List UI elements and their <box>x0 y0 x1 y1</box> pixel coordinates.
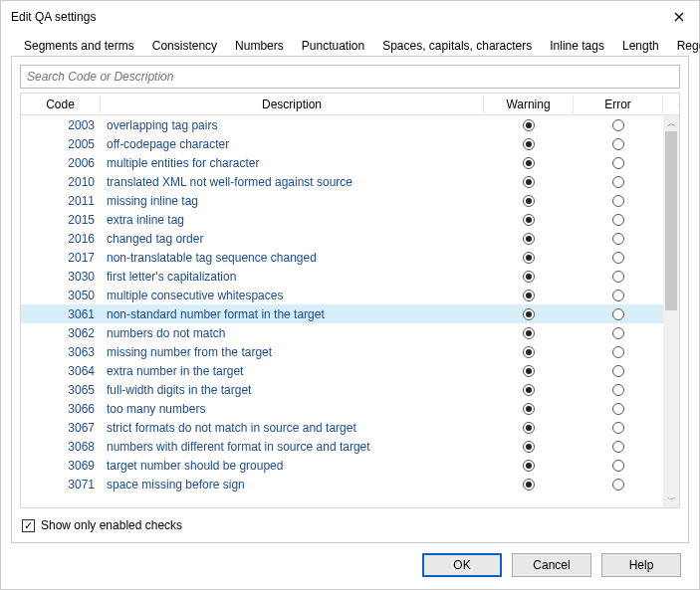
tab-length[interactable]: Length <box>613 34 668 57</box>
dialog-buttons: OK Cancel Help <box>11 543 689 579</box>
tab-consistency[interactable]: Consistency <box>143 34 226 57</box>
close-button[interactable] <box>667 7 691 27</box>
radio-warning[interactable] <box>484 459 574 473</box>
cell-code: 3071 <box>21 478 101 492</box>
radio-warning[interactable] <box>484 383 574 397</box>
header-description[interactable]: Description <box>101 96 484 113</box>
table-row[interactable]: 2003overlapping tag pairs <box>21 115 679 134</box>
radio-error[interactable] <box>574 326 663 340</box>
radio-error[interactable] <box>574 307 663 321</box>
radio-warning[interactable] <box>484 440 574 454</box>
radio-warning[interactable] <box>484 232 574 246</box>
radio-error[interactable] <box>574 175 663 189</box>
radio-warning[interactable] <box>484 118 574 132</box>
radio-icon <box>523 422 535 434</box>
tab-punctuation[interactable]: Punctuation <box>293 34 373 57</box>
vertical-scrollbar[interactable]: ︿ ﹀ <box>663 115 679 507</box>
radio-error[interactable] <box>574 345 663 359</box>
help-button[interactable]: Help <box>601 553 681 577</box>
radio-warning[interactable] <box>484 289 574 302</box>
tab-segments-and-terms[interactable]: Segments and terms <box>15 34 143 57</box>
table-row[interactable]: 3061non-standard number format in the ta… <box>21 304 679 323</box>
radio-error[interactable] <box>574 421 663 435</box>
radio-warning[interactable] <box>484 402 574 416</box>
radio-error[interactable] <box>574 270 663 284</box>
scroll-down-arrow-icon[interactable]: ﹀ <box>663 492 679 507</box>
radio-warning[interactable] <box>484 307 574 321</box>
table-row[interactable]: 3068numbers with different format in sou… <box>21 437 679 456</box>
table-row[interactable]: 2011missing inline tag <box>21 191 679 210</box>
scroll-up-arrow-icon[interactable]: ︿ <box>663 115 679 131</box>
cell-description: translated XML not well-formed against s… <box>101 175 484 189</box>
radio-error[interactable] <box>574 251 663 265</box>
radio-error[interactable] <box>574 383 663 397</box>
radio-error[interactable] <box>574 137 663 151</box>
table-row[interactable]: 3050multiple consecutive whitespaces <box>21 286 679 304</box>
table-row[interactable]: 3065full-width digits in the target <box>21 380 679 399</box>
tab-numbers[interactable]: Numbers <box>226 34 293 57</box>
table-row[interactable]: 2006multiple entities for character <box>21 153 679 172</box>
cell-code: 3063 <box>21 345 101 359</box>
radio-error[interactable] <box>574 213 663 227</box>
radio-warning[interactable] <box>484 156 574 170</box>
scroll-thumb[interactable] <box>665 131 677 310</box>
radio-icon <box>523 460 535 472</box>
tab-regex[interactable]: Regex <box>668 34 700 57</box>
cell-description: full-width digits in the target <box>101 383 484 397</box>
cell-code: 3065 <box>21 383 101 397</box>
radio-warning[interactable] <box>484 326 574 340</box>
radio-error[interactable] <box>574 402 663 416</box>
radio-error[interactable] <box>574 459 663 473</box>
table-row[interactable]: 2010translated XML not well-formed again… <box>21 172 679 191</box>
table-row[interactable]: 2016changed tag order <box>21 229 679 248</box>
table-row[interactable]: 3064extra number in the target <box>21 361 679 380</box>
radio-warning[interactable] <box>484 478 574 492</box>
radio-warning[interactable] <box>484 345 574 359</box>
table-row[interactable]: 3071space missing before sign <box>21 475 679 493</box>
header-warning[interactable]: Warning <box>484 96 574 113</box>
radio-error[interactable] <box>574 289 663 302</box>
table-row[interactable]: 3063missing number from the target <box>21 342 679 361</box>
radio-error[interactable] <box>574 194 663 208</box>
radio-icon <box>612 479 624 491</box>
radio-warning[interactable] <box>484 213 574 227</box>
cell-code: 2005 <box>21 137 101 151</box>
radio-icon <box>612 195 624 207</box>
table-row[interactable]: 3066too many numbers <box>21 399 679 418</box>
radio-warning[interactable] <box>484 364 574 378</box>
close-icon <box>674 12 684 22</box>
tab-inline-tags[interactable]: Inline tags <box>541 34 613 57</box>
search-input[interactable] <box>20 65 680 89</box>
radio-warning[interactable] <box>484 421 574 435</box>
radio-warning[interactable] <box>484 137 574 151</box>
radio-error[interactable] <box>574 364 663 378</box>
cancel-button[interactable]: Cancel <box>512 553 591 577</box>
cell-description: overlapping tag pairs <box>101 118 484 132</box>
radio-error[interactable] <box>574 232 663 246</box>
ok-button[interactable]: OK <box>422 553 502 577</box>
radio-icon <box>523 384 535 396</box>
table-row[interactable]: 2017non-translatable tag sequence change… <box>21 248 679 267</box>
table-row[interactable]: 3062numbers do not match <box>21 323 679 342</box>
table-row[interactable]: 3067strict formats do not match in sourc… <box>21 418 679 437</box>
header-error[interactable]: Error <box>574 96 663 113</box>
radio-error[interactable] <box>574 156 663 170</box>
cell-description: missing number from the target <box>101 345 484 359</box>
table-row[interactable]: 3030first letter's capitalization <box>21 267 679 286</box>
cell-code: 2015 <box>21 213 101 227</box>
radio-error[interactable] <box>574 118 663 132</box>
radio-warning[interactable] <box>484 251 574 265</box>
radio-error[interactable] <box>574 440 663 454</box>
radio-warning[interactable] <box>484 175 574 189</box>
table-row[interactable]: 2015extra inline tag <box>21 210 679 229</box>
radio-error[interactable] <box>574 478 663 492</box>
scroll-track[interactable] <box>663 131 679 492</box>
tab-spaces-capitals-characters[interactable]: Spaces, capitals, characters <box>373 34 541 57</box>
table-row[interactable]: 2005off-codepage character <box>21 134 679 153</box>
table-row[interactable]: 3069target number should be grouped <box>21 456 679 475</box>
radio-warning[interactable] <box>484 270 574 284</box>
header-code[interactable]: Code <box>21 96 101 113</box>
radio-warning[interactable] <box>484 194 574 208</box>
cell-description: space missing before sign <box>101 478 484 492</box>
show-only-enabled-checkbox[interactable] <box>22 519 35 532</box>
